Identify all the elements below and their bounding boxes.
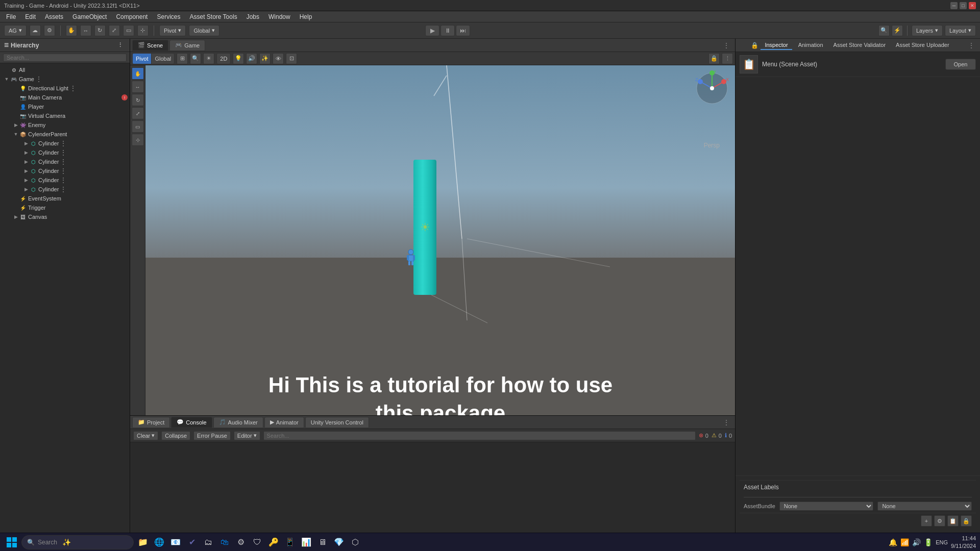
- hierarchy-item-trigger[interactable]: ⚡ Trigger: [0, 203, 130, 212]
- window-controls[interactable]: ─ □ ✕: [950, 2, 976, 9]
- grid-snap-icon[interactable]: ⊞: [177, 53, 188, 64]
- asset-validator-tab[interactable]: Asset Store Validator: [829, 41, 890, 50]
- transform-scale-icon[interactable]: ⤢: [109, 25, 120, 36]
- console-search-input[interactable]: [263, 431, 696, 440]
- scale-tool-icon[interactable]: ↻: [132, 94, 144, 106]
- hierarchy-item-cylinder-2[interactable]: ▶ ⬡ Cylinder ⋮: [0, 148, 130, 157]
- assetbundle-variant-select[interactable]: None: [877, 502, 972, 511]
- taskbar-key-icon[interactable]: 🔑: [266, 535, 281, 549]
- menu-assets[interactable]: Assets: [41, 12, 67, 21]
- pivot-toggle[interactable]: Pivot: [133, 54, 152, 64]
- transform-all-icon[interactable]: ⊹: [137, 25, 149, 36]
- hierarchy-item-canvas[interactable]: ▶ 🖼 Canvas: [0, 212, 130, 221]
- network-icon[interactable]: 📶: [900, 538, 909, 546]
- taskbar-settings-icon[interactable]: ⚙: [234, 535, 248, 549]
- hierarchy-item-cylinder-1[interactable]: ▶ ⬡ Cylinder ⋮: [0, 139, 130, 148]
- layers-dropdown[interactable]: Layers ▾: [912, 25, 943, 36]
- inspector-tab[interactable]: Inspector: [761, 41, 792, 50]
- cyl5-more-icon[interactable]: ⋮: [59, 176, 68, 185]
- inspector-more-icon[interactable]: ⋮: [967, 41, 976, 50]
- menu-file[interactable]: File: [2, 12, 20, 21]
- more-settings-icon[interactable]: ⋮: [722, 53, 733, 64]
- lock-icon[interactable]: 🔒: [708, 53, 720, 64]
- transform-rect-icon[interactable]: ▭: [123, 25, 134, 36]
- taskbar-mail-icon[interactable]: 📧: [168, 535, 183, 549]
- animator-tab[interactable]: ▶ Animator: [264, 417, 304, 428]
- cyl2-more-icon[interactable]: ⋮: [59, 148, 68, 157]
- cyl1-more-icon[interactable]: ⋮: [59, 139, 68, 148]
- hierarchy-item-cylinder-3[interactable]: ▶ ⬡ Cylinder ⋮: [0, 157, 130, 166]
- hierarchy-item-directional-light[interactable]: 💡 Directional Light ⋮: [0, 84, 130, 93]
- transform-tool-icon[interactable]: ▭: [132, 120, 144, 133]
- taskbar-visual-studio-icon[interactable]: 💎: [332, 535, 346, 549]
- editor-button[interactable]: Editor ▾: [234, 431, 260, 440]
- menu-edit[interactable]: Edit: [21, 12, 40, 21]
- scene-tab[interactable]: 🎬 Scene: [132, 40, 168, 51]
- volume-icon[interactable]: 🔊: [912, 538, 921, 546]
- shading-icon[interactable]: ☀: [203, 53, 214, 64]
- game-tab[interactable]: 🎮 Game: [169, 40, 205, 51]
- hierarchy-all-filter[interactable]: ⚙ All: [0, 65, 130, 74]
- assetbundle-select[interactable]: None: [779, 502, 874, 511]
- settings-icon[interactable]: ⚙: [44, 25, 55, 36]
- taskbar-search-bar[interactable]: 🔍 Search ✨: [21, 535, 134, 549]
- start-button[interactable]: [4, 535, 19, 550]
- global-toggle[interactable]: Global: [152, 54, 174, 64]
- close-button[interactable]: ✕: [969, 2, 976, 9]
- scene-view[interactable]: ☀: [130, 65, 735, 415]
- game-more-icon[interactable]: ⋮: [34, 74, 43, 84]
- taskbar-store-icon[interactable]: 🛍: [217, 535, 232, 549]
- copy-icon[interactable]: 📋: [947, 515, 959, 527]
- hierarchy-item-game[interactable]: ▼ 🎮 Game ⋮: [0, 74, 130, 84]
- cyl3-more-icon[interactable]: ⋮: [59, 157, 68, 166]
- menu-jobs[interactable]: Jobs: [242, 12, 263, 21]
- taskbar-browser-icon[interactable]: 🌐: [152, 535, 166, 549]
- notifications-icon[interactable]: 🔔: [889, 538, 897, 546]
- account-button[interactable]: AG ▾: [4, 25, 27, 36]
- add-icon[interactable]: +: [921, 515, 932, 527]
- rotate-tool-icon[interactable]: ↔: [132, 81, 144, 93]
- fx-toggle-icon[interactable]: ✨: [259, 53, 271, 64]
- hierarchy-item-eventsystem[interactable]: ⚡ EventSystem: [0, 194, 130, 203]
- search-icon[interactable]: 🔍: [878, 25, 890, 36]
- light-toggle-icon[interactable]: 💡: [233, 53, 244, 64]
- move-tool-icon[interactable]: ✋: [132, 67, 144, 80]
- cyl6-more-icon[interactable]: ⋮: [59, 185, 68, 194]
- viewport-more-icon[interactable]: ⋮: [722, 41, 731, 50]
- hierarchy-item-cylinder-4[interactable]: ▶ ⬡ Cylinder ⋮: [0, 166, 130, 176]
- global-button[interactable]: Global ▾: [189, 25, 219, 36]
- taskbar-remote-icon[interactable]: 🖥: [315, 535, 330, 549]
- combined-tool-icon[interactable]: ⊹: [132, 134, 144, 146]
- hierarchy-item-player[interactable]: 👤 Player: [0, 102, 130, 111]
- settings-icon-2[interactable]: ⚙: [934, 515, 945, 527]
- minimize-button[interactable]: ─: [950, 2, 958, 9]
- pivot-button[interactable]: Pivot ▾: [159, 25, 186, 36]
- audio-mixer-tab[interactable]: 🎵 Audio Mixer: [213, 417, 263, 428]
- step-button[interactable]: ⏭: [456, 25, 470, 36]
- rect-tool-icon[interactable]: ⤢: [132, 107, 144, 119]
- hierarchy-item-virtual-camera[interactable]: 📷 Virtual Camera: [0, 111, 130, 120]
- animation-tab[interactable]: Animation: [794, 41, 827, 50]
- transform-hand-icon[interactable]: ✋: [66, 25, 77, 36]
- project-tab[interactable]: 📁 Project: [132, 417, 170, 428]
- hierarchy-item-enemy[interactable]: ▶ 👾 Enemy: [0, 120, 130, 130]
- cyl4-more-icon[interactable]: ⋮: [59, 166, 68, 176]
- open-button[interactable]: Open: [945, 59, 976, 70]
- battery-icon[interactable]: 🔋: [924, 538, 933, 546]
- transform-move-icon[interactable]: ↔: [80, 25, 91, 36]
- taskbar-files-icon[interactable]: 🗂: [201, 535, 215, 549]
- taskbar-security-icon[interactable]: 🛡: [250, 535, 264, 549]
- scene-gizmo[interactable]: X Y Z: [694, 70, 730, 106]
- clear-button[interactable]: Clear ▾: [133, 431, 158, 440]
- search-cloud-icon[interactable]: ⚡: [892, 25, 903, 36]
- bottom-more-icon[interactable]: ⋮: [722, 418, 731, 427]
- menu-help[interactable]: Help: [296, 12, 316, 21]
- menu-services[interactable]: Services: [153, 12, 184, 21]
- hierarchy-more-icon[interactable]: ⋮: [114, 40, 126, 51]
- menu-component[interactable]: Component: [112, 12, 152, 21]
- menu-window[interactable]: Window: [264, 12, 295, 21]
- 2d-toggle[interactable]: 2D: [217, 54, 230, 64]
- hidden-toggle-icon[interactable]: 👁: [273, 53, 284, 64]
- console-tab[interactable]: 💬 Console: [171, 417, 212, 428]
- hierarchy-item-cylender-parent[interactable]: ▼ 📦 CylenderParent: [0, 130, 130, 139]
